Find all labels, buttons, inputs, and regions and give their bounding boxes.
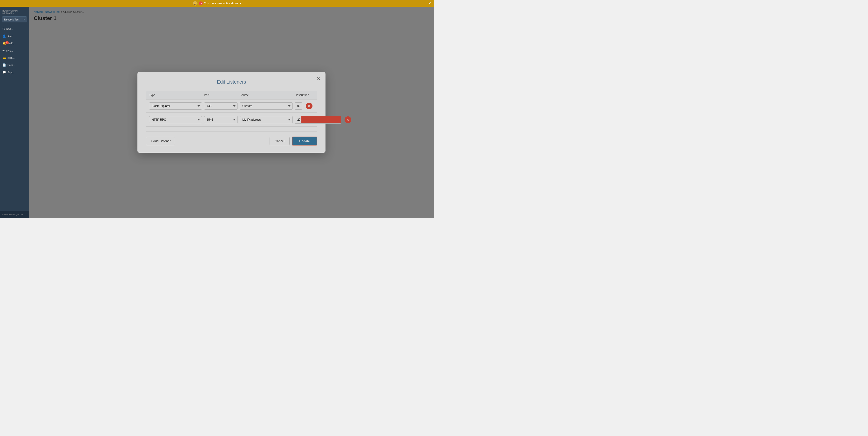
sidebar-item-access[interactable]: 👤 Acce...	[0, 33, 29, 40]
notification-chevron-icon[interactable]: ▾	[240, 2, 241, 5]
row1-ip-input[interactable]	[294, 102, 302, 110]
sidebar-item-support[interactable]: 💬 Supp...	[0, 69, 29, 76]
row1-source-select[interactable]: Custom My IP address Anywhere	[240, 102, 293, 110]
billing-icon: 💳	[2, 56, 6, 60]
row1-type-select[interactable]: Block Explorer HTTP RPC WebSocket	[149, 102, 202, 110]
row2-delete-icon: ✕	[346, 118, 349, 122]
col-header-description: Description	[294, 94, 309, 97]
row2-ip-prefix: 27.	[294, 115, 301, 124]
sidebar-item-invitations[interactable]: ✉ Invit...	[0, 47, 29, 54]
add-listener-button[interactable]: + Add Listener	[146, 137, 175, 145]
sidebar-item-billing-label: Billin...	[7, 57, 14, 59]
sidebar-item-nodes-label: Nod...	[6, 28, 13, 30]
row1-delete-icon: ✕	[308, 104, 311, 108]
content-area: Network: Network Test > Cluster: Cluster…	[29, 7, 434, 218]
row1-delete-button[interactable]: ✕	[306, 103, 312, 109]
action-buttons: Cancel Update	[270, 137, 317, 145]
sidebar-item-invitations-label: Invit...	[6, 49, 13, 52]
table-header: Type Port Source Description	[146, 91, 317, 99]
update-button[interactable]: Update	[292, 137, 317, 145]
network-chevron-icon: ▾	[23, 18, 25, 21]
notification-content: 🔔 12 You have new notifications ▾	[193, 1, 241, 5]
row2-ip-container: 27.	[294, 115, 341, 124]
sidebar-footer: © G.U.Technologies, Inc.	[0, 211, 29, 218]
row2-port-select[interactable]: 443 8545 8546 80	[204, 116, 238, 123]
sidebar-item-nodes[interactable]: ⬡ Nod...	[0, 25, 29, 33]
action-row: + Add Listener Cancel Update	[146, 137, 317, 145]
modal-backdrop: ✕ Edit Listeners Type Port Source Descri…	[29, 7, 434, 218]
row2-ip-input[interactable]	[301, 115, 341, 124]
invitations-icon: ✉	[2, 49, 5, 52]
modal-close-button[interactable]: ✕	[317, 76, 321, 82]
sidebar-item-notifications[interactable]: 🔔 12 Notif...	[0, 40, 29, 47]
network-selector[interactable]: Network Test ▾	[2, 16, 27, 23]
notification-message: You have new notifications	[204, 2, 239, 5]
col-header-type: Type	[149, 94, 202, 97]
sidebar-item-billing[interactable]: 💳 Billin...	[0, 54, 29, 61]
sidebar-item-docs[interactable]: 📄 Docs...	[0, 61, 29, 69]
nodes-icon: ⬡	[2, 27, 5, 31]
support-icon: 💬	[2, 71, 6, 74]
sidebar: Blockchain Network Network Test ▾ ⬡ Nod.…	[0, 7, 29, 218]
sidebar-header: Blockchain Network	[0, 7, 29, 16]
notification-badge: 12	[199, 1, 203, 5]
listener-row: Block Explorer HTTP RPC WebSocket 443 85…	[146, 99, 317, 113]
row2-delete-button[interactable]: ✕	[345, 116, 351, 123]
modal-title: Edit Listeners	[146, 79, 317, 85]
notification-bell-icon: 🔔	[193, 1, 197, 5]
row1-port-select[interactable]: 443 8545 8546 80	[204, 102, 238, 110]
sidebar-item-access-label: Acce...	[7, 35, 15, 38]
col-header-port: Port	[204, 94, 238, 97]
notifications-badge: 12	[5, 41, 9, 44]
docs-icon: 📄	[2, 63, 6, 67]
network-name: Network Test	[4, 18, 19, 21]
sidebar-item-support-label: Supp...	[7, 71, 15, 74]
row2-source-select[interactable]: Custom My IP address Anywhere	[240, 116, 293, 123]
notification-bar: 🔔 12 You have new notifications ▾ ✕	[0, 0, 434, 7]
col-header-source: Source	[240, 94, 293, 97]
listener-row: Block Explorer HTTP RPC WebSocket 443 85…	[146, 113, 317, 127]
notification-close-button[interactable]: ✕	[428, 1, 431, 5]
sidebar-item-docs-label: Docs...	[7, 64, 15, 66]
edit-listeners-modal: ✕ Edit Listeners Type Port Source Descri…	[137, 72, 326, 153]
row2-type-select[interactable]: Block Explorer HTTP RPC WebSocket	[149, 116, 202, 123]
col-header-actions	[311, 94, 321, 97]
cancel-button[interactable]: Cancel	[270, 137, 289, 145]
main-layout: Blockchain Network Network Test ▾ ⬡ Nod.…	[0, 7, 434, 218]
access-icon: 👤	[2, 34, 6, 38]
